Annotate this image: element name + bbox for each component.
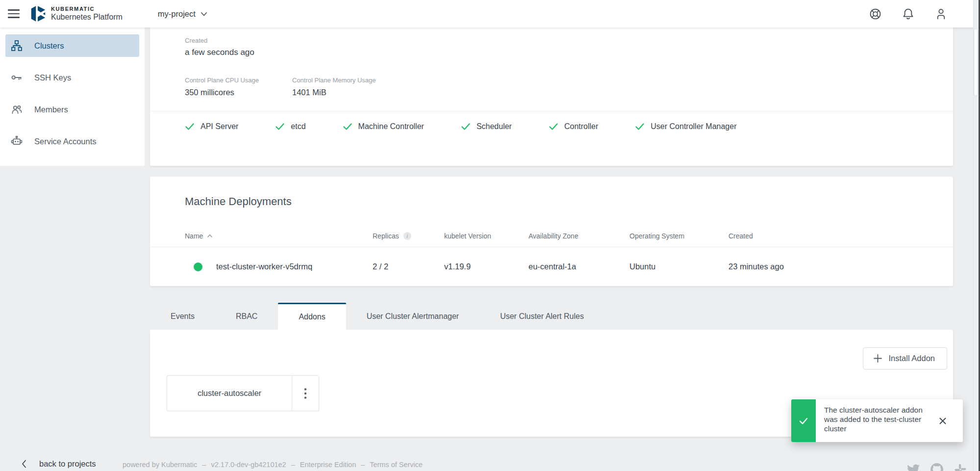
table-header-row: Name Replicas i kubelet Version Availabi… (150, 225, 953, 247)
footer-powered-by: powered by Kubermatic – v2.17.0-dev-gb42… (123, 461, 426, 469)
check-icon (799, 417, 808, 425)
deployment-availability-zone: eu-central-1a (528, 262, 629, 271)
sort-ascending-icon (207, 234, 213, 238)
check-icon (635, 122, 645, 131)
health-item-scheduler: Scheduler (461, 122, 512, 131)
notifications-bell-icon[interactable] (902, 7, 915, 21)
addon-kebab-menu-button[interactable] (292, 376, 319, 411)
tab-user-cluster-alertmanager[interactable]: User Cluster Alertmanager (346, 303, 480, 330)
info-icon[interactable]: i (403, 232, 411, 240)
created-value: a few seconds ago (185, 48, 254, 57)
robot-icon (11, 135, 23, 147)
column-header-created: Created (729, 232, 953, 240)
divider (150, 111, 953, 111)
sidebar-item-service-accounts[interactable]: Service Accounts (5, 130, 139, 153)
control-plane-health-row: API Server etcd Machine Controller Sched… (185, 122, 736, 131)
hamburger-menu-icon[interactable] (8, 9, 20, 18)
twitter-icon[interactable] (907, 463, 920, 471)
health-item-user-controller-manager: User Controller Manager (635, 122, 736, 131)
kebab-menu-icon (304, 388, 307, 399)
cpu-usage-stat: Control Plane CPU Usage 350 millicores (185, 77, 292, 97)
sidebar-item-ssh-keys[interactable]: SSH Keys (5, 66, 139, 89)
sidebar-item-label: SSH Keys (34, 73, 71, 82)
cluster-detail-card: Created a few seconds ago Control Plane … (150, 27, 953, 166)
status-healthy-dot (194, 262, 202, 271)
slack-icon[interactable] (954, 463, 967, 471)
tab-user-cluster-alert-rules[interactable]: User Cluster Alert Rules (479, 303, 604, 330)
tab-events[interactable]: Events (150, 303, 215, 330)
members-icon (11, 104, 23, 115)
close-icon (939, 417, 947, 425)
brand-line1: KUBERMATIC (51, 6, 123, 12)
column-header-operating-system: Operating System (629, 232, 729, 240)
cpu-usage-label: Control Plane CPU Usage (185, 77, 292, 84)
health-label: User Controller Manager (651, 122, 736, 131)
help-icon[interactable] (869, 7, 882, 21)
chevron-left-icon (22, 460, 26, 468)
tab-rbac[interactable]: RBAC (215, 303, 278, 330)
sidebar-item-members[interactable]: Members (5, 98, 139, 121)
scrollbar-thumb[interactable] (974, 28, 978, 96)
health-item-api-server: API Server (185, 122, 238, 131)
machine-deployments-title: Machine Deployments (185, 195, 292, 208)
chevron-down-icon (201, 11, 207, 17)
toast-success-accent (791, 399, 816, 442)
kubermatic-logo-icon (28, 4, 47, 24)
deployment-replicas: 2 / 2 (373, 262, 444, 271)
health-item-machine-controller: Machine Controller (343, 122, 424, 131)
back-to-projects-label: back to projects (39, 459, 96, 469)
sidebar: Clusters SSH Keys Members Service Accoun… (0, 27, 145, 166)
check-icon (549, 122, 558, 131)
table-row[interactable]: test-cluster-worker-v5drmq 2 / 2 v1.19.9… (150, 247, 953, 286)
sidebar-item-clusters[interactable]: Clusters (5, 34, 139, 57)
column-header-name[interactable]: Name (185, 232, 373, 240)
install-addon-button[interactable]: Install Addon (863, 347, 948, 369)
memory-usage-stat: Control Plane Memory Usage 1401 MiB (292, 77, 400, 97)
health-item-controller: Controller (549, 122, 598, 131)
sidebar-item-label: Members (34, 105, 68, 114)
sidebar-item-label: Clusters (34, 41, 64, 51)
back-to-projects-link[interactable]: back to projects (22, 459, 96, 469)
sidebar-item-label: Service Accounts (34, 137, 97, 146)
health-label: Scheduler (477, 122, 512, 131)
user-account-icon[interactable] (934, 7, 948, 21)
column-header-availability-zone: Availability Zone (528, 232, 629, 240)
brand-line2: Kubernetes Platform (51, 13, 123, 22)
toast-close-button[interactable] (923, 399, 963, 442)
github-icon[interactable] (930, 463, 943, 471)
addon-card-cluster-autoscaler: cluster-autoscaler (167, 375, 319, 411)
cpu-usage-value: 350 millicores (185, 88, 292, 97)
deployment-operating-system: Ubuntu (629, 262, 729, 271)
separator: – (361, 461, 365, 469)
health-label: etcd (291, 122, 305, 131)
toast-message: The cluster-autoscaler addon was added t… (816, 399, 923, 442)
addon-name: cluster-autoscaler (167, 389, 292, 398)
health-item-etcd: etcd (275, 122, 305, 131)
cluster-tabs: Events RBAC Addons User Cluster Alertman… (150, 303, 604, 330)
created-stat: Created a few seconds ago (185, 37, 254, 57)
top-bar: KUBERMATIC Kubernetes Platform my-projec… (0, 0, 980, 27)
separator: – (202, 461, 206, 469)
memory-usage-label: Control Plane Memory Usage (292, 77, 400, 84)
tab-addons[interactable]: Addons (278, 303, 346, 330)
deployment-kubelet-version: v1.19.9 (444, 262, 528, 271)
separator: – (291, 461, 295, 469)
footer-social-links (907, 463, 967, 471)
key-icon (11, 72, 23, 83)
project-name: my-project (158, 9, 196, 19)
deployment-created: 23 minutes ago (729, 262, 953, 271)
deployment-name: test-cluster-worker-v5drmq (216, 262, 312, 271)
project-selector[interactable]: my-project (158, 9, 207, 19)
plus-icon (873, 354, 882, 363)
memory-usage-value: 1401 MiB (292, 88, 400, 97)
health-label: API Server (201, 122, 238, 131)
created-label: Created (185, 37, 254, 44)
clusters-icon (11, 40, 23, 52)
powered-by-text: powered by Kubermatic (123, 461, 197, 469)
check-icon (275, 122, 285, 131)
terms-of-service-link[interactable]: Terms of Service (370, 461, 423, 469)
health-label: Machine Controller (358, 122, 424, 131)
machine-deployments-card: Machine Deployments Name Replicas i kube… (150, 177, 953, 286)
brand-text: KUBERMATIC Kubernetes Platform (51, 6, 123, 22)
column-header-replicas: Replicas i (373, 232, 444, 240)
